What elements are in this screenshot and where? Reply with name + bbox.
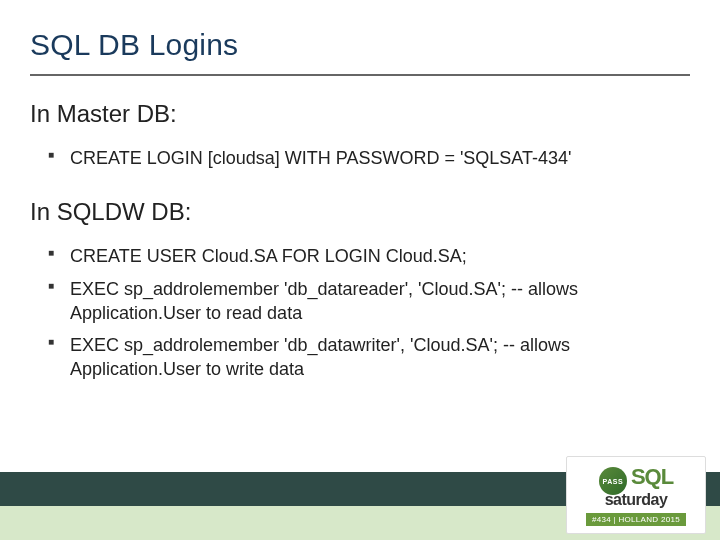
footer: PASS SQL saturday #434 | HOLLAND 2015 xyxy=(0,472,720,540)
list-item: CREATE LOGIN [cloudsa] WITH PASSWORD = '… xyxy=(48,142,690,174)
bullet-list-sqldw: CREATE USER Cloud.SA FOR LOGIN Cloud.SA;… xyxy=(0,230,720,385)
section-heading-master: In Master DB: xyxy=(0,76,720,132)
list-item: EXEC sp_addrolemember 'db_datawriter', '… xyxy=(48,329,690,386)
bullet-list-master: CREATE LOGIN [cloudsa] WITH PASSWORD = '… xyxy=(0,132,720,174)
section-heading-sqldw: In SQLDW DB: xyxy=(0,174,720,230)
list-item: CREATE USER Cloud.SA FOR LOGIN Cloud.SA; xyxy=(48,240,690,272)
sql-saturday-logo: PASS SQL saturday #434 | HOLLAND 2015 xyxy=(566,456,706,534)
logo-event-tag: #434 | HOLLAND 2015 xyxy=(586,513,686,526)
logo-saturday-text: saturday xyxy=(605,491,668,509)
slide-title: SQL DB Logins xyxy=(0,0,720,70)
pass-badge-text: PASS xyxy=(603,478,624,485)
logo-sql-text: SQL xyxy=(631,464,673,490)
list-item: EXEC sp_addrolemember 'db_datareader', '… xyxy=(48,273,690,330)
slide: SQL DB Logins In Master DB: CREATE LOGIN… xyxy=(0,0,720,540)
